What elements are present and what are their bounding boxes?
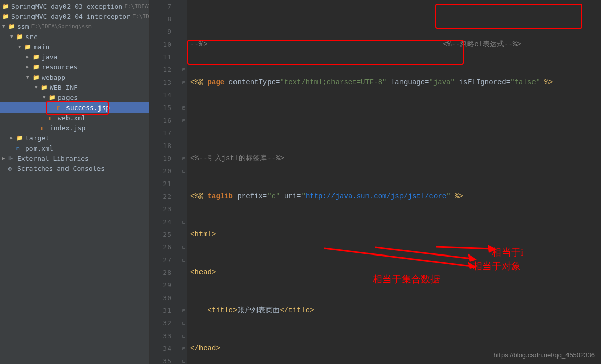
project-tree[interactable]: 📁SpringMVC_day02_03_exceptionF:\IDEA\Spr…: [0, 0, 150, 364]
tree-item[interactable]: ▶⊪External Libraries: [0, 153, 149, 163]
tree-item[interactable]: ▼📁pages: [0, 92, 149, 102]
arrow-2: [375, 242, 482, 263]
fold-marker-icon[interactable]: [180, 279, 187, 292]
tree-label: Scratches and Consoles: [17, 165, 105, 172]
s: "java": [429, 78, 455, 86]
text: 账户列表页面: [237, 306, 280, 314]
tree-label: success.jsp: [66, 104, 110, 112]
tree-label: resources: [42, 63, 77, 71]
watermark: https://blog.csdn.net/qq_45502336: [494, 351, 595, 359]
fold-marker-icon[interactable]: ⊟: [180, 355, 187, 364]
fold-marker-icon[interactable]: [180, 292, 187, 304]
expand-arrow-icon[interactable]: ▼: [35, 85, 41, 90]
tree-label: java: [42, 53, 57, 61]
fold-marker-icon[interactable]: [180, 203, 187, 215]
fold-marker-icon[interactable]: ⊟: [180, 215, 187, 228]
fold-marker-icon[interactable]: [180, 51, 187, 63]
fold-marker-icon[interactable]: [180, 127, 187, 139]
tree-item[interactable]: ▼📁main: [0, 42, 149, 52]
line-number: 28: [150, 266, 171, 279]
fold-marker-icon[interactable]: ⊟: [180, 317, 187, 330]
file-icon: ◧: [57, 104, 64, 111]
expand-arrow-icon[interactable]: ▶: [10, 135, 16, 140]
expand-arrow-icon[interactable]: ▶: [26, 54, 32, 59]
tree-label: ssm: [17, 23, 29, 30]
fold-marker-icon[interactable]: ⊟: [180, 114, 187, 127]
tree-label: WEB-INF: [50, 84, 78, 91]
tree-item[interactable]: ▼📁WEB-INF: [0, 82, 149, 92]
tree-path: F:\IDEA\Spring\ssm: [31, 23, 91, 30]
file-icon: ◧: [49, 115, 56, 121]
tree-item[interactable]: ▼📁webapp: [0, 72, 149, 82]
tree-item[interactable]: ◧web.xml: [0, 113, 149, 123]
file-icon: 📁: [16, 135, 23, 141]
kw: taglib: [208, 192, 233, 200]
tree-label: SpringMVC_day02_03_exception: [11, 3, 122, 10]
line-number: 24: [150, 215, 171, 228]
file-icon: 📁: [16, 33, 23, 40]
expand-arrow-icon[interactable]: ▼: [18, 44, 24, 49]
tree-label: pom.xml: [25, 144, 53, 152]
line-number: 30: [150, 292, 171, 304]
file-icon: 📁: [32, 54, 40, 60]
fold-marker-icon[interactable]: ⊟: [180, 253, 187, 266]
fold-marker-icon[interactable]: ⊟: [180, 101, 187, 114]
tree-item[interactable]: ▼📁ssmF:\IDEA\Spring\ssm: [0, 21, 149, 31]
kw: page: [208, 78, 225, 86]
fold-marker-icon[interactable]: ⊟: [180, 342, 187, 355]
tree-item[interactable]: ▶📁target: [0, 133, 149, 143]
fold-marker-icon[interactable]: [180, 38, 187, 51]
fold-marker-icon[interactable]: [180, 266, 187, 279]
tree-item[interactable]: 📁SpringMVC_day02_03_exceptionF:\IDEA\Spr: [0, 1, 149, 11]
link[interactable]: http://java.sun.com/jsp/jstl/core: [306, 192, 446, 200]
tree-path: F:\IDEA\Spr: [124, 3, 150, 10]
tree-item[interactable]: ▶📁java: [0, 52, 149, 62]
t: <%@: [190, 78, 208, 86]
fold-marker-icon[interactable]: ⊟: [180, 165, 187, 177]
line-number: 16: [150, 114, 171, 127]
expand-arrow-icon[interactable]: ▼: [26, 75, 32, 80]
expand-arrow-icon[interactable]: ▼: [10, 34, 16, 39]
line-number: 34: [150, 342, 171, 355]
s: ": [301, 192, 305, 200]
fold-marker-icon[interactable]: ⊟: [180, 241, 187, 253]
line-number: 9: [150, 25, 171, 38]
expand-arrow-icon[interactable]: ▼: [2, 24, 8, 29]
fold-marker-icon[interactable]: [180, 13, 187, 25]
fold-marker-icon[interactable]: [180, 89, 187, 101]
tree-item[interactable]: 📁SpringMVC_day02_04_interceptorF:\IDEA\S…: [0, 11, 149, 21]
svg-line-4: [436, 247, 492, 249]
fold-marker-icon[interactable]: ⊟: [180, 152, 187, 165]
t: isELIgnored=: [455, 78, 510, 86]
code-area[interactable]: --%><%--忽略el表达式--%> <%@ page contentType…: [187, 0, 601, 364]
fold-marker-icon[interactable]: [180, 25, 187, 38]
fold-marker-icon[interactable]: [180, 177, 187, 190]
tree-item[interactable]: mpom.xml: [0, 143, 149, 153]
expand-arrow-icon[interactable]: ▶: [2, 156, 8, 161]
fold-marker-icon[interactable]: ⊟: [180, 330, 187, 342]
fold-marker-icon[interactable]: [180, 0, 187, 13]
line-number: 26: [150, 241, 171, 253]
tree-label: index.jsp: [50, 124, 85, 132]
fold-marker-icon[interactable]: ⊟: [180, 63, 187, 76]
svg-line-2: [375, 247, 472, 259]
tag: <title>: [190, 306, 237, 314]
line-number: 17: [150, 127, 171, 139]
fold-marker-icon[interactable]: [180, 190, 187, 203]
fold-marker-icon[interactable]: [180, 228, 187, 241]
expand-arrow-icon[interactable]: ▶: [26, 64, 32, 69]
file-icon: ⊪: [8, 155, 15, 162]
editor-pane[interactable]: 7891011121314151617181920212223242526272…: [150, 0, 601, 364]
tree-item[interactable]: ◧success.jsp: [0, 102, 149, 113]
fold-marker-icon[interactable]: ⊟: [180, 76, 187, 89]
expand-arrow-icon[interactable]: ▼: [43, 95, 49, 100]
fold-marker-icon[interactable]: [180, 139, 187, 152]
line-number: 27: [150, 253, 171, 266]
tree-item[interactable]: ◎Scratches and Consoles: [0, 163, 149, 173]
fold-marker-icon[interactable]: ⊟: [180, 304, 187, 317]
file-icon: ◧: [41, 125, 48, 131]
tree-item[interactable]: ◧index.jsp: [0, 123, 149, 133]
tree-item[interactable]: ▼📁src: [0, 31, 149, 42]
line-number: 8: [150, 13, 171, 25]
tree-item[interactable]: ▶📁resources: [0, 62, 149, 72]
